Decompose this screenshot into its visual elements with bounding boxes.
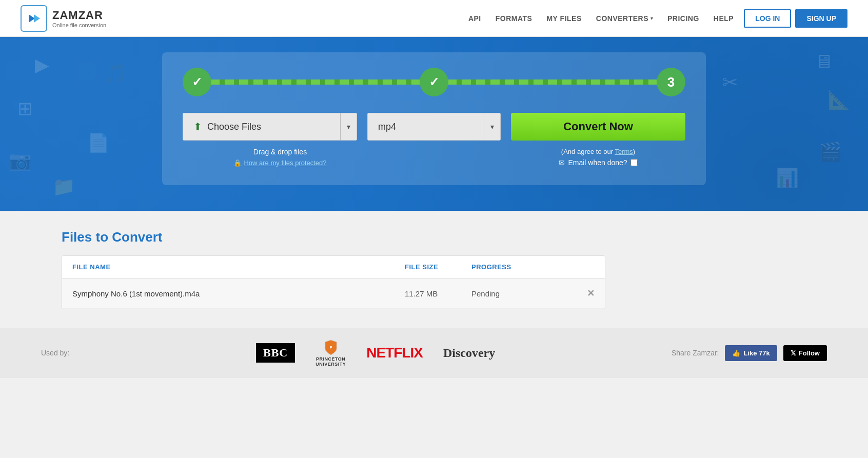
step-3-circle: 3 bbox=[657, 68, 685, 96]
agree-static: (And agree to our bbox=[561, 148, 615, 155]
email-when-done-label: Email when done? bbox=[568, 158, 627, 167]
logo-name: ZAMZAR bbox=[52, 9, 106, 22]
step-1-circle: ✓ bbox=[183, 68, 211, 96]
nav-my-files[interactable]: MY FILES bbox=[546, 14, 581, 23]
choose-files-button[interactable]: ⬆ Choose Files bbox=[183, 113, 340, 141]
format-display: mp4 bbox=[367, 113, 484, 141]
princeton-shield-icon: P bbox=[324, 339, 338, 355]
nav-formats[interactable]: FORMATS bbox=[496, 14, 532, 23]
converter-controls: ⬆ Choose Files ▾ mp4 ▾ Convert Now bbox=[183, 113, 685, 141]
table-row: Symphony No.6 (1st movement).m4a 11.27 M… bbox=[62, 278, 605, 309]
files-heading-static: Files to bbox=[62, 229, 112, 245]
nav-converters-item[interactable]: CONVERTERS ▾ bbox=[596, 14, 653, 23]
files-table: FILE NAME FILE SIZE PROGRESS Symphony No… bbox=[62, 255, 605, 309]
nav-api[interactable]: API bbox=[468, 14, 481, 23]
cell-filename: Symphony No.6 (1st movement).m4a bbox=[72, 289, 405, 298]
like-button[interactable]: 👍 Like 77k bbox=[725, 345, 777, 361]
choose-files-dropdown[interactable]: ▾ bbox=[340, 113, 357, 141]
choose-files-label: Choose Files bbox=[207, 122, 261, 132]
logo[interactable]: ZAMZAR Online file conversion bbox=[21, 5, 106, 32]
format-selector-wrapper: mp4 ▾ bbox=[367, 113, 501, 141]
header: ZAMZAR Online file conversion API FORMAT… bbox=[0, 0, 868, 37]
nav-converters[interactable]: CONVERTERS bbox=[596, 14, 648, 23]
princeton-label: PRINCETONUNIVERSITY bbox=[315, 356, 346, 367]
used-by-label: Used by: bbox=[41, 349, 69, 357]
cell-filesize: 11.27 MB bbox=[405, 289, 471, 298]
netflix-logo: NETFLIX bbox=[366, 345, 423, 361]
converter-card: ✓ ✓ 3 ⬆ Choose Files ▾ mp4 bbox=[162, 52, 706, 185]
like-label: Like 77k bbox=[743, 349, 770, 357]
hero-section: ▶ ⊞ 📷 🎵 📄 📁 🖥 📐 🎬 📊 ✂ ✓ ✓ 3 bbox=[0, 37, 868, 211]
col-header-progress: PROGRESS bbox=[471, 263, 574, 271]
file-protection-link[interactable]: 🔒 How are my files protected? bbox=[183, 159, 378, 167]
main-nav: API FORMATS MY FILES CONVERTERS ▾ PRICIN… bbox=[468, 14, 734, 23]
col-header-filesize: FILE SIZE bbox=[405, 263, 471, 271]
nav-help[interactable]: HELP bbox=[714, 14, 734, 23]
email-when-done-checkbox[interactable] bbox=[630, 159, 638, 166]
princeton-logo: P PRINCETONUNIVERSITY bbox=[315, 339, 346, 367]
svg-marker-1 bbox=[34, 14, 40, 23]
col-header-filename: FILE NAME bbox=[72, 263, 405, 271]
email-when-done-row: ✉ Email when done? bbox=[511, 158, 685, 167]
follow-button[interactable]: 𝕏 Follow bbox=[783, 345, 827, 361]
step-2-circle: ✓ bbox=[420, 68, 448, 96]
converters-caret: ▾ bbox=[650, 15, 653, 21]
step-line-1 bbox=[210, 79, 421, 85]
files-heading-dynamic: Convert bbox=[112, 229, 162, 245]
file-protection-label: How are my files protected? bbox=[244, 159, 326, 167]
share-label: Share Zamzar: bbox=[672, 349, 719, 357]
below-controls: Drag & drop files 🔒 How are my files pro… bbox=[183, 148, 685, 167]
footer-logos: Used by: BBC P PRINCETONUNIVERSITY NETFL… bbox=[0, 328, 868, 378]
lock-icon: 🔒 bbox=[233, 159, 242, 167]
format-dropdown-button[interactable]: ▾ bbox=[484, 113, 501, 141]
bbc-logo: BBC bbox=[256, 343, 295, 363]
share-area: Share Zamzar: 👍 Like 77k 𝕏 Follow bbox=[672, 345, 827, 361]
nav-pricing[interactable]: PRICING bbox=[667, 14, 699, 23]
files-heading: Files to Convert bbox=[62, 229, 806, 245]
agree-email-area: (And agree to our Terms) ✉ Email when do… bbox=[511, 148, 685, 167]
logo-icon bbox=[21, 5, 47, 32]
drag-drop-text: Drag & drop files bbox=[183, 148, 378, 156]
cell-progress: Pending bbox=[471, 289, 574, 298]
convert-now-button[interactable]: Convert Now bbox=[511, 113, 685, 141]
x-icon: 𝕏 bbox=[791, 349, 796, 357]
logo-subtitle: Online file conversion bbox=[52, 22, 106, 28]
upload-icon: ⬆ bbox=[193, 121, 202, 133]
thumbs-up-icon: 👍 bbox=[732, 349, 740, 357]
col-header-action bbox=[574, 263, 595, 271]
table-header: FILE NAME FILE SIZE PROGRESS bbox=[62, 256, 605, 278]
step-2-check: ✓ bbox=[429, 75, 439, 89]
step-3-label: 3 bbox=[667, 74, 675, 90]
svg-text:P: P bbox=[329, 345, 332, 350]
remove-file-button[interactable]: ✕ bbox=[587, 288, 595, 299]
email-icon: ✉ bbox=[559, 158, 565, 167]
step-line-2 bbox=[447, 79, 658, 85]
signup-button[interactable]: SIGN UP bbox=[795, 9, 847, 28]
brand-logos: BBC P PRINCETONUNIVERSITY NETFLIX Discov… bbox=[256, 339, 495, 367]
login-button[interactable]: LOG IN bbox=[744, 9, 791, 28]
step-1-check: ✓ bbox=[192, 75, 202, 89]
choose-files-wrapper: ⬆ Choose Files ▾ bbox=[183, 113, 357, 141]
cell-action: ✕ bbox=[574, 288, 595, 299]
follow-label: Follow bbox=[799, 349, 820, 357]
progress-steps: ✓ ✓ 3 bbox=[183, 68, 685, 96]
discovery-logo: Discovery bbox=[443, 346, 495, 360]
drag-drop-area: Drag & drop files 🔒 How are my files pro… bbox=[183, 148, 378, 167]
files-section: Files to Convert FILE NAME FILE SIZE PRO… bbox=[0, 211, 868, 328]
agree-text: (And agree to our Terms) bbox=[511, 148, 685, 155]
terms-link[interactable]: Terms bbox=[615, 148, 633, 155]
